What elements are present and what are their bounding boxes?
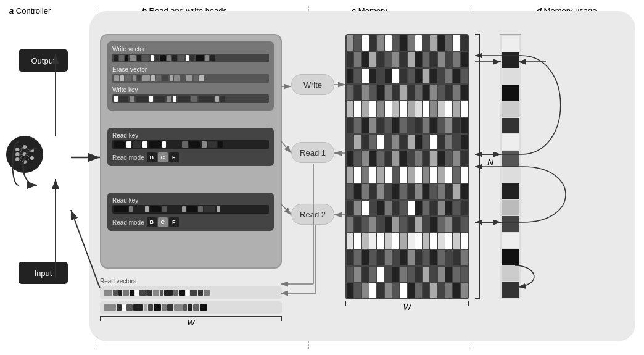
erase-vector-label: Erase vector [112,66,269,73]
mem-row-7 [347,135,468,150]
w-bracket-c [345,301,469,301]
read-key-1-bar [112,140,269,149]
erase-vector-row: Erase vector [112,66,269,83]
read-key-1-label: Read key [112,132,269,139]
rv1-bar [104,289,278,296]
read-mode-1-buttons: B C F [147,152,179,162]
read-key-2-bar [112,205,269,214]
w-label-c: W [345,301,469,312]
read-key-2-row: Read key [112,197,269,214]
write-vector-row: Write vector [112,46,269,62]
mem-row-9 [347,167,468,183]
mode-f-2: F [169,217,179,227]
controller-section: Output [6,19,86,321]
read-mode-2-buttons: B C F [147,217,179,227]
read2-button[interactable]: Read 2 [291,204,334,225]
mem-row-11 [347,201,468,216]
read-vectors-section: Read vectors [100,278,282,327]
read-mode-1-label: Read mode [112,154,144,161]
read-head-1: Read key Read mode [107,128,274,166]
read-vector-2 [100,301,282,314]
bracket-line-b [100,316,282,317]
memory-section: N W [345,34,475,318]
read-mode-2-label: Read mode [112,219,144,226]
input-box: Input [19,262,68,284]
read-vector-1 [100,286,282,299]
n-label: N [487,157,493,167]
svg-point-7 [30,156,34,160]
write-vector-bar [112,54,269,62]
read-mode-2-row: Read mode B C F [112,217,269,227]
svg-point-6 [30,149,34,152]
mem-row-16 [347,283,468,298]
diagram: a Controller b Read and write heads c Me… [0,0,644,355]
mem-row-8 [347,151,468,166]
mem-row-12 [347,217,468,232]
label-a: a Controller [9,6,51,15]
mode-c-2: C [158,217,168,227]
erase-vector-bar [112,74,269,83]
read-mode-1-row: Read mode B C F [112,152,269,162]
write-key-row: Write key [112,86,269,103]
mode-b-2: B [147,217,157,227]
mem-row-4 [347,85,468,100]
w-bracket-b: W [100,316,282,327]
mem-row-13 [347,233,468,249]
mem-row-3 [347,69,468,84]
write-button[interactable]: Write [291,74,334,95]
write-vector-label: Write vector [112,46,269,52]
read-head-2: Read key Read mode [107,193,274,231]
usage-bar [500,34,521,299]
mode-c-1: C [158,152,168,162]
mem-row-6 [347,118,468,133]
mem-row-5 [347,101,468,117]
output-box: Output [19,49,68,72]
read1-button[interactable]: Read 1 [291,142,334,163]
write-head: Write vector [107,41,274,111]
mode-b-1: B [147,152,157,162]
mem-row-1 [347,35,468,51]
mem-row-15 [347,267,468,282]
n-bracket [479,34,480,299]
mem-row-10 [347,184,468,199]
write-key-bar [112,94,269,103]
mode-f-1: F [169,152,179,162]
heads-container: Write vector [100,34,282,269]
read-vectors-label: Read vectors [100,278,282,285]
read-key-2-label: Read key [112,197,269,204]
write-key-label: Write key [112,86,269,93]
usage-section [493,34,549,318]
w-text-c: W [345,303,469,312]
rv2-bar [104,304,278,311]
self-loop-icon [9,139,28,188]
mem-row-14 [347,250,468,265]
w-label-b: W [100,318,282,327]
memory-grid [345,34,469,299]
read-key-1-row: Read key [112,132,269,149]
mem-row-2 [347,52,468,67]
